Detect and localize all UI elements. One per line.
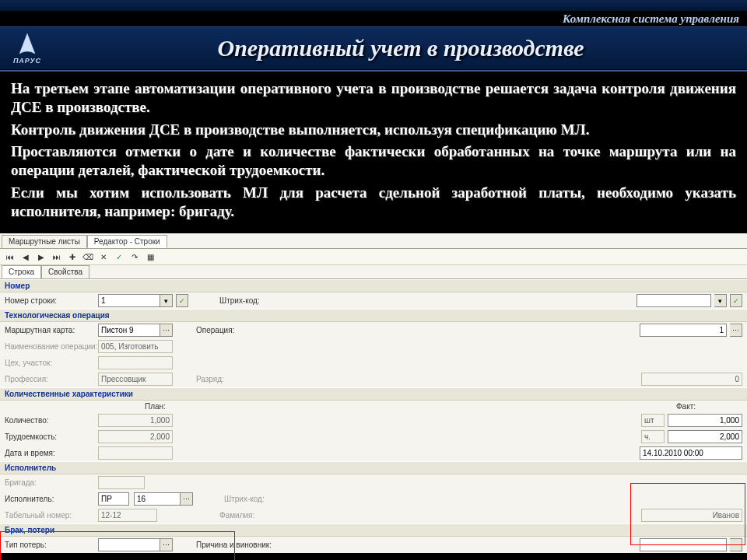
shtrih-kod-dropdown-icon[interactable]: ▾: [714, 294, 727, 307]
shtrih-kod-input[interactable]: [637, 294, 711, 307]
add-record-icon[interactable]: ✚: [67, 251, 78, 262]
logo-text: ПАРУС: [13, 57, 41, 65]
clear-icon[interactable]: ⌫: [82, 251, 93, 262]
fakt-data-input[interactable]: [640, 446, 742, 460]
label-plan: План:: [145, 402, 166, 411]
shtrih-kod-check-icon[interactable]: ✓: [730, 294, 742, 307]
ispolnitel-browse-icon[interactable]: ⋯: [181, 492, 193, 506]
label-naimenovanie: Наименование операции:: [5, 342, 98, 351]
naimenovanie-input: [98, 340, 173, 353]
fakt-kolichestvo-input[interactable]: [668, 414, 742, 427]
application-window: Маршрутные листы Редактор - Строки ⏮ ◀ ▶…: [0, 233, 747, 529]
tabel-input: [98, 509, 157, 522]
marshrut-karta-browse-icon[interactable]: ⋯: [160, 324, 173, 337]
tab-route-sheets[interactable]: Маршрутные листы: [2, 235, 87, 248]
label-razryad: Разряд:: [196, 375, 243, 383]
undo-icon[interactable]: ↷: [129, 251, 140, 262]
unit-sht: шт: [641, 414, 665, 427]
label-prichina: Причина и виновник:: [196, 541, 289, 549]
grid-icon[interactable]: ▦: [145, 251, 156, 262]
ispolnitel-code-input[interactable]: [98, 492, 129, 506]
prichina-input[interactable]: [640, 538, 727, 551]
label-shtrih-kod: Штрих-код:: [219, 296, 274, 305]
unit-ch: ч.: [641, 430, 665, 443]
save-icon[interactable]: ✓: [114, 251, 124, 262]
fakt-trudoemkost-input[interactable]: [668, 430, 742, 443]
section-qty: Количественные характеристики: [0, 387, 747, 401]
label-trudoemkost: Трудоемкость:: [5, 432, 98, 441]
label-tsekh: Цех, участок:: [5, 359, 98, 367]
nomer-stroki-dropdown-icon[interactable]: ▾: [160, 294, 173, 307]
logo: ПАРУС: [0, 27, 54, 69]
brigada-input: [98, 476, 145, 489]
paragraph-3: Проставляются отметки о дате и количеств…: [11, 142, 736, 180]
operatsiya-browse-icon[interactable]: ⋯: [730, 324, 742, 337]
system-title: Комплексная система управления: [563, 12, 739, 26]
tip-poter-browse-icon[interactable]: ⋯: [160, 538, 173, 551]
section-executor: Исполнитель: [0, 461, 747, 474]
tab-editor-lines[interactable]: Редактор - Строки: [87, 235, 167, 248]
page-title: Оперативный учет в производстве: [217, 35, 584, 61]
label-data-vremya: Дата и время:: [5, 449, 98, 457]
label-familiya: Фамилия:: [219, 511, 266, 520]
prichina-browse-icon[interactable]: ⋯: [730, 538, 742, 551]
nomer-stroki-check-icon[interactable]: ✓: [176, 294, 188, 307]
label-nomer-stroki: Номер строки:: [5, 296, 98, 305]
label-operatsiya: Операция:: [196, 326, 251, 334]
label-brigada: Бригада:: [5, 478, 98, 487]
nomer-stroki-input[interactable]: [98, 294, 160, 307]
tip-poter-input[interactable]: [98, 538, 160, 551]
familiya-input: [641, 509, 742, 522]
paragraph-1: На третьем этапе автоматизации оперативн…: [11, 79, 736, 117]
delete-icon[interactable]: ✕: [98, 251, 109, 262]
next-record-icon[interactable]: ▶: [36, 251, 47, 262]
logo-sail-icon: [15, 32, 40, 57]
section-nomer: Номер: [0, 279, 747, 292]
plan-trudoemkost-input: [98, 430, 173, 443]
label-tip-poter: Тип потерь:: [5, 541, 98, 549]
razryad-input: [641, 373, 742, 386]
plan-data-input: [98, 446, 173, 460]
tsekh-input: [98, 356, 173, 369]
tab-stroka[interactable]: Строка: [2, 265, 41, 278]
marshrut-karta-input[interactable]: [98, 324, 160, 337]
label-ispolnitel: Исполнитель:: [5, 495, 98, 503]
label-kolichestvo: Количество:: [5, 416, 98, 425]
prev-record-icon[interactable]: ◀: [20, 251, 31, 262]
first-record-icon[interactable]: ⏮: [5, 251, 16, 262]
label-fakt: Факт:: [676, 402, 696, 411]
toolbar: ⏮ ◀ ▶ ⏭ ✚ ⌫ ✕ ✓ ↷ ▦: [0, 248, 747, 265]
tab-svoistva[interactable]: Свойства: [41, 265, 89, 278]
operatsiya-input[interactable]: [640, 324, 727, 337]
last-record-icon[interactable]: ⏭: [51, 251, 62, 262]
professiya-input: [98, 373, 173, 386]
section-tech-op: Технологическая операция: [0, 309, 747, 322]
label-shtrih-kod-2: Штрих-код:: [224, 495, 279, 503]
label-professiya: Профессия:: [5, 375, 98, 383]
plan-kolichestvo-input: [98, 414, 173, 427]
ispolnitel-num-input[interactable]: [134, 492, 181, 506]
label-tabel: Табельный номер:: [5, 511, 98, 520]
label-marshrut-karta: Маршрутная карта:: [5, 326, 98, 334]
slide-body-text: На третьем этапе автоматизации оперативн…: [0, 72, 747, 233]
section-brak: Брак, потери: [0, 523, 747, 537]
paragraph-2: Контроль движения ДСЕ в производстве вып…: [11, 121, 736, 139]
paragraph-4: Если мы хотим использовать МЛ для расчет…: [11, 184, 736, 222]
